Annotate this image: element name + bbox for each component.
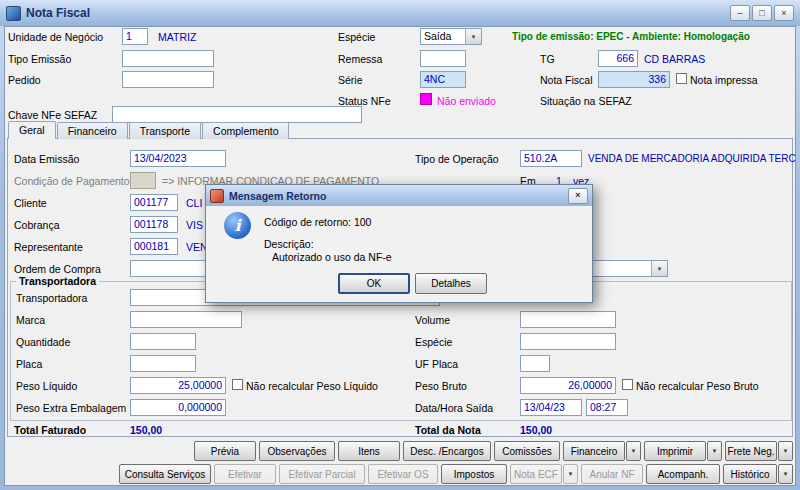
serie-field[interactable]: 4NC xyxy=(420,71,466,88)
status-nfe-value: Não enviado xyxy=(437,95,496,107)
acompanh-button[interactable]: Acompanh. xyxy=(646,464,720,484)
financeiro-button[interactable]: Financeiro xyxy=(563,441,625,461)
comissoes-button[interactable]: Comissões xyxy=(494,441,560,461)
imprimir-button[interactable]: Imprimir xyxy=(644,441,706,461)
total-faturado-label: Total Faturado xyxy=(14,424,86,436)
data-saida-field[interactable]: 13/04/23 xyxy=(520,399,582,416)
efetivar-button[interactable]: Efetivar xyxy=(214,464,276,484)
close-icon: × xyxy=(781,9,786,18)
frete-neg-button[interactable]: Frete Neg. xyxy=(725,441,777,461)
maximize-icon: □ xyxy=(759,9,764,18)
peso-liquido-label: Peso Líquido xyxy=(16,380,77,392)
close-icon: × xyxy=(575,191,580,200)
cobranca-field[interactable]: 001178 xyxy=(130,216,178,233)
quantidade-label: Quantidade xyxy=(16,336,70,348)
dialog-titlebar[interactable]: Mensagem Retorno × xyxy=(206,185,592,206)
detalhes-button[interactable]: Detalhes xyxy=(415,273,487,294)
tg-label: TG xyxy=(540,53,555,65)
especie-label: Espécie xyxy=(338,31,375,43)
data-emissao-field[interactable]: 13/04/2023 xyxy=(130,150,226,167)
unidade-negocio-label: Unidade de Negócio xyxy=(8,31,103,43)
data-hora-saida-label: Data/Hora Saída xyxy=(415,402,493,414)
tipo-emissao-field[interactable] xyxy=(122,50,214,67)
quantidade-field[interactable] xyxy=(130,333,196,350)
total-nota-value: 150,00 xyxy=(520,424,552,436)
total-faturado-value: 150,00 xyxy=(130,424,162,436)
volume-field[interactable] xyxy=(520,311,616,328)
especie-select[interactable]: Saída ▼ xyxy=(420,28,482,45)
itens-button[interactable]: Itens xyxy=(338,441,400,461)
hora-saida-field[interactable]: 08:27 xyxy=(586,399,628,416)
peso-liquido-field[interactable]: 25,00000 xyxy=(130,377,226,394)
uf-placa-label: UF Placa xyxy=(415,358,458,370)
tab-geral[interactable]: Geral xyxy=(8,121,56,139)
chevron-down-icon[interactable]: ▼ xyxy=(651,261,667,276)
chevron-down-icon: ▼ xyxy=(568,471,574,477)
desc-encargos-button[interactable]: Desc. /Encargos xyxy=(403,441,491,461)
historico-dropdown-button[interactable]: ▼ xyxy=(778,464,793,484)
total-nota-label: Total da Nota xyxy=(415,424,481,436)
imprimir-split-button: Imprimir ▼ xyxy=(644,441,722,461)
tg-name: CD BARRAS xyxy=(644,53,705,65)
marca-field[interactable] xyxy=(130,311,242,328)
dialog-descricao-text: Autorizado o uso da NF-e xyxy=(272,251,392,263)
pedido-field[interactable] xyxy=(122,71,214,88)
window-titlebar[interactable]: Nota Fiscal – □ × xyxy=(0,0,800,26)
imprimir-dropdown-button[interactable]: ▼ xyxy=(707,441,722,461)
previa-button[interactable]: Prévia xyxy=(194,441,256,461)
chave-nfe-label: Chave NFe SEFAZ xyxy=(8,109,97,121)
peso-extra-field[interactable]: 0,000000 xyxy=(130,399,226,416)
mensagem-retorno-dialog: Mensagem Retorno × i Código de retorno: … xyxy=(205,184,593,303)
cliente-field[interactable]: 001177 xyxy=(130,194,178,211)
nota-fiscal-field[interactable]: 336 xyxy=(598,71,670,88)
chevron-down-icon: ▼ xyxy=(783,448,789,454)
historico-button[interactable]: Histórico xyxy=(723,464,777,484)
app-icon xyxy=(6,6,21,21)
cliente-name: CLI xyxy=(186,197,202,209)
representante-field[interactable]: 000181 xyxy=(130,238,178,255)
financeiro-dropdown-button[interactable]: ▼ xyxy=(626,441,641,461)
nao-recalcular-peso-bruto-checkbox[interactable] xyxy=(622,379,633,390)
condicao-pagamento-field xyxy=(130,172,156,189)
peso-bruto-field[interactable]: 26,00000 xyxy=(520,377,616,394)
minimize-button[interactable]: – xyxy=(730,5,750,21)
efetivar-parcial-button[interactable]: Efetivar Parcial xyxy=(279,464,365,484)
nao-recalcular-peso-liquido-checkbox[interactable] xyxy=(232,379,243,390)
representante-label: Representante xyxy=(14,241,83,253)
tab-complemento[interactable]: Complemento xyxy=(202,122,289,139)
unidade-negocio-field[interactable]: 1 xyxy=(122,28,148,45)
chevron-down-icon[interactable]: ▼ xyxy=(465,29,481,44)
dialog-icon xyxy=(210,189,224,203)
tipo-operacao-field[interactable]: 510.2A xyxy=(520,150,582,167)
placa-field[interactable] xyxy=(130,355,196,372)
minimize-icon: – xyxy=(737,9,742,18)
marca-label: Marca xyxy=(16,314,45,326)
especie-transporte-field[interactable] xyxy=(520,333,616,350)
nota-ecf-button[interactable]: Nota ECF xyxy=(510,464,562,484)
nota-ecf-dropdown-button[interactable]: ▼ xyxy=(563,464,578,484)
ok-button[interactable]: OK xyxy=(338,273,410,294)
close-button[interactable]: × xyxy=(774,5,794,21)
impostos-button[interactable]: Impostos xyxy=(441,464,507,484)
nota-fiscal-window: Nota Fiscal – □ × Unidade de Negócio 1 M… xyxy=(0,0,800,490)
peso-bruto-label: Peso Bruto xyxy=(415,380,467,392)
frete-neg-dropdown-button[interactable]: ▼ xyxy=(778,441,793,461)
efetivar-os-button[interactable]: Efetivar OS xyxy=(368,464,438,484)
observacoes-button[interactable]: Observações xyxy=(259,441,335,461)
status-nfe-color-swatch xyxy=(420,93,432,105)
tab-financeiro[interactable]: Financeiro xyxy=(57,122,128,139)
consulta-servicos-button[interactable]: Consulta Serviços xyxy=(119,464,211,484)
dialog-close-button[interactable]: × xyxy=(568,188,588,204)
transportadora-label: Transportadora xyxy=(16,292,87,304)
placa-label: Placa xyxy=(16,358,42,370)
ordem-compra-label: Ordem de Compra xyxy=(14,263,101,275)
tg-field[interactable]: 666 xyxy=(598,50,638,67)
tab-transporte[interactable]: Transporte xyxy=(129,122,201,139)
uf-placa-field[interactable] xyxy=(520,355,550,372)
maximize-button[interactable]: □ xyxy=(752,5,772,21)
remessa-field[interactable] xyxy=(420,50,466,67)
anular-nf-button[interactable]: Anular NF xyxy=(581,464,643,484)
nota-impressa-checkbox[interactable] xyxy=(676,73,687,84)
action-row-1: Prévia Observações Itens Desc. /Encargos… xyxy=(194,441,793,461)
tipo-operacao-name: VENDA DE MERCADORIA ADQUIRIDA TERC xyxy=(588,153,796,164)
